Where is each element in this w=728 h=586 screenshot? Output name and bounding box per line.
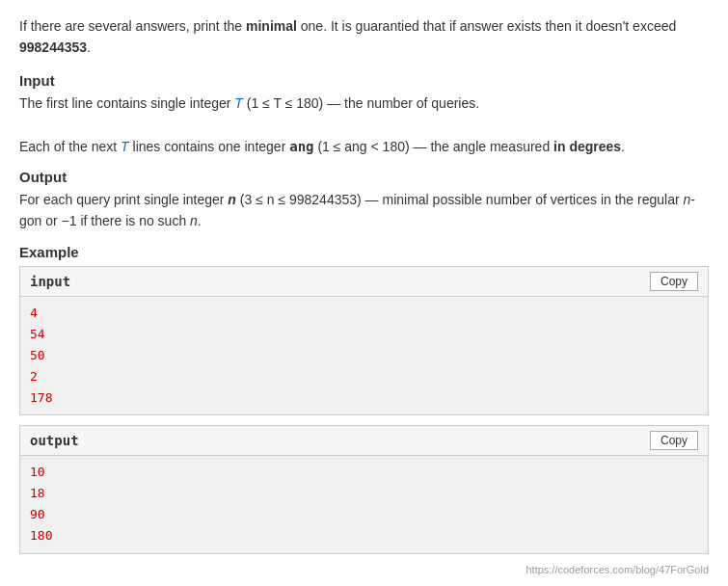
output-body: For each query print single integer n (3… [19, 189, 709, 232]
input-line2-before: Each of the next [19, 139, 121, 154]
input-line2-constraint: (1 ≤ ang < 180) [314, 139, 410, 154]
input-value-5: 178 [30, 387, 698, 409]
input-body: The first line contains single integer T… [19, 93, 709, 157]
input-value-4: 2 [30, 366, 698, 387]
output-section: Output For each query print single integ… [19, 169, 709, 232]
input-section: Input The first line contains single int… [19, 72, 709, 157]
intro-text-after: one. It is guarantied that if answer exi… [297, 18, 676, 34]
output-after-constraint: — minimal possible number of vertices in… [362, 192, 684, 207]
input-example-content: 4 54 50 2 178 [20, 297, 708, 414]
input-value-3: 50 [30, 345, 698, 366]
copy-output-button[interactable]: Copy [650, 431, 698, 450]
watermark: https://codeforces.com/blog/47ForGold [19, 564, 709, 575]
input-bold-phrase: in degrees [553, 139, 621, 154]
input-example-block: input Copy 4 54 50 2 178 [19, 266, 709, 415]
output-example-label: output [30, 433, 79, 448]
input-line2-middle: lines contains one integer [129, 139, 290, 154]
output-value-2: 18 [30, 483, 698, 504]
intro-number: 998244353 [19, 40, 87, 55]
output-example-header: output Copy [20, 426, 708, 456]
intro-paragraph: If there are several answers, print the … [19, 15, 709, 59]
output-title: Output [19, 169, 709, 185]
output-constraint: (3 ≤ n ≤ 998244353) [236, 192, 362, 207]
input-ang-var: ang [289, 139, 313, 154]
output-example-content: 10 18 90 180 [20, 456, 708, 552]
example-title: Example [19, 244, 709, 260]
input-line2-after: — the angle measured [410, 139, 553, 154]
input-line1-constraint: (1 ≤ T ≤ 180) [243, 95, 323, 111]
input-example-header: input Copy [20, 267, 708, 297]
input-T-var2: T [121, 139, 129, 154]
intro-period: . [87, 40, 91, 55]
output-dot: . [198, 213, 202, 228]
example-section: Example input Copy 4 54 50 2 178 output … [19, 244, 709, 575]
output-before-n: For each query print single integer [19, 192, 228, 207]
input-value-2: 54 [30, 324, 698, 345]
output-example-block: output Copy 10 18 90 180 [19, 425, 709, 553]
intro-bold-word: minimal [246, 18, 297, 34]
input-T-var: T [234, 95, 243, 111]
output-n-var3: n [190, 213, 198, 228]
input-example-label: input [30, 274, 70, 289]
output-value-4: 180 [30, 525, 698, 546]
input-line1-after: — the number of queries. [323, 95, 479, 111]
input-line2-dot: . [621, 139, 625, 154]
output-value-1: 10 [30, 462, 698, 483]
intro-text-before: If there are several answers, print the [19, 18, 246, 34]
input-title: Input [19, 72, 709, 89]
output-value-3: 90 [30, 504, 698, 525]
input-line1-before: The first line contains single integer [19, 95, 234, 111]
copy-input-button[interactable]: Copy [650, 272, 698, 291]
output-n-var: n [228, 192, 236, 207]
input-value-1: 4 [30, 303, 698, 324]
